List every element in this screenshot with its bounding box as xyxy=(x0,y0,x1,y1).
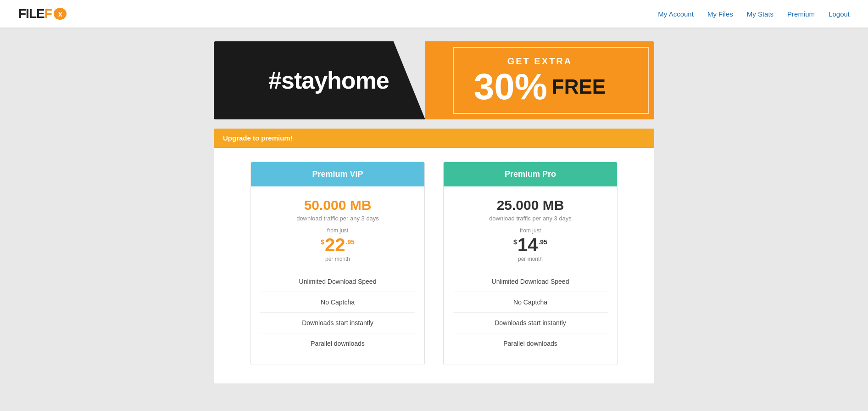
plans-container: Premium VIP 50.000 MB download traffic p… xyxy=(214,148,654,383)
plan-pro-feature-1: Unlimited Download Speed xyxy=(453,271,608,292)
plan-vip-title: Premium VIP xyxy=(312,169,363,179)
banner-right: GET EXTRA 30% FREE xyxy=(425,41,654,119)
plan-vip-body: 50.000 MB download traffic per any 3 day… xyxy=(251,186,424,365)
nav-premium[interactable]: Premium xyxy=(787,10,815,18)
plan-vip-feature-2: No Captcha xyxy=(260,292,415,313)
upgrade-label: Upgrade to premium! xyxy=(223,134,293,142)
main-content: #stayhome GET EXTRA 30% FREE Upgrade to … xyxy=(205,28,663,397)
plan-vip-from: from just xyxy=(260,227,415,234)
upgrade-bar: Upgrade to premium! xyxy=(214,129,654,148)
plan-pro-traffic-sub: download traffic per any 3 days xyxy=(453,215,608,222)
banner-free: FREE xyxy=(552,75,606,98)
promo-banner: #stayhome GET EXTRA 30% FREE xyxy=(214,41,654,119)
plan-vip-price: $ 22 .95 xyxy=(260,236,415,254)
plan-pro-per-month: per month xyxy=(453,256,608,262)
plan-vip-currency: $ xyxy=(321,238,324,246)
plan-vip-cents: .95 xyxy=(345,238,354,246)
logo-text-orange: F xyxy=(45,6,52,21)
plan-pro-feature-3: Downloads start instantly xyxy=(453,313,608,333)
plan-vip-feature-1: Unlimited Download Speed xyxy=(260,271,415,292)
logo-text-black: FILE xyxy=(18,6,45,21)
plan-pro-price: $ 14 .95 xyxy=(453,236,608,254)
nav-my-files[interactable]: My Files xyxy=(707,10,733,18)
banner-hashtag: #stayhome xyxy=(268,67,389,94)
plan-pro-traffic: 25.000 MB xyxy=(453,197,608,213)
plan-pro-currency: $ xyxy=(513,238,517,246)
plan-pro: Premium Pro 25.000 MB download traffic p… xyxy=(443,162,618,365)
nav-logout[interactable]: Logout xyxy=(829,10,850,18)
plan-pro-feature-4: Parallel downloads xyxy=(453,333,608,354)
plan-vip-per-month: per month xyxy=(260,256,415,262)
plan-pro-price-main: 14 xyxy=(517,236,538,254)
nav-my-account[interactable]: My Account xyxy=(658,10,694,18)
nav-my-stats[interactable]: My Stats xyxy=(747,10,773,18)
banner-left: #stayhome xyxy=(214,41,425,119)
plan-vip: Premium VIP 50.000 MB download traffic p… xyxy=(250,162,425,365)
banner-offer: 30% FREE xyxy=(474,68,606,105)
plan-pro-from: from just xyxy=(453,227,608,234)
plan-pro-title: Premium Pro xyxy=(505,169,556,179)
logo: FILE F x xyxy=(18,6,67,21)
plan-vip-price-main: 22 xyxy=(325,236,345,254)
plan-vip-feature-4: Parallel downloads xyxy=(260,333,415,354)
banner-percent: 30% xyxy=(474,68,547,105)
banner-get-extra: GET EXTRA xyxy=(507,56,572,67)
plan-vip-header: Premium VIP xyxy=(251,162,424,186)
plan-vip-traffic-sub: download traffic per any 3 days xyxy=(260,215,415,222)
plan-pro-cents: .95 xyxy=(538,238,547,246)
plan-vip-traffic: 50.000 MB xyxy=(260,197,415,213)
plan-pro-body: 25.000 MB download traffic per any 3 day… xyxy=(444,186,617,365)
main-nav: My Account My Files My Stats Premium Log… xyxy=(658,10,850,18)
plan-pro-feature-2: No Captcha xyxy=(453,292,608,313)
plan-pro-header: Premium Pro xyxy=(444,162,617,186)
header: FILE F x My Account My Files My Stats Pr… xyxy=(0,0,868,28)
svg-text:x: x xyxy=(58,10,62,18)
logo-fox-icon: x xyxy=(53,6,67,21)
plan-vip-feature-3: Downloads start instantly xyxy=(260,313,415,333)
